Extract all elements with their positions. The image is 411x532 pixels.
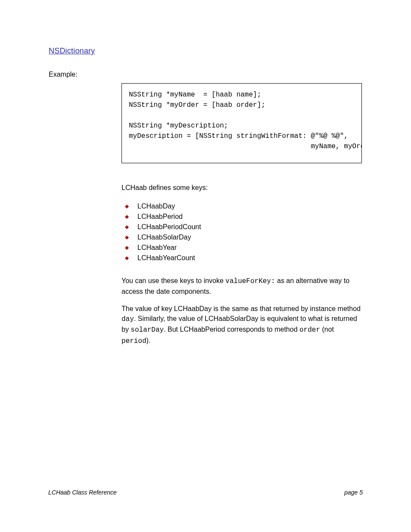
method-solarday: solarDay	[131, 326, 164, 334]
paragraph-key-mapping: The value of key LCHaabDay is the same a…	[121, 304, 362, 346]
svg-rect-1	[125, 215, 129, 218]
example-code-box: NSString *myName = [haab name]; NSString…	[121, 83, 362, 163]
diamond-icon	[124, 235, 130, 240]
method-day: day	[121, 315, 134, 323]
valueforkey-text: valueForKey:	[225, 277, 275, 285]
list-item: LCHaabDay	[124, 202, 201, 210]
footer-page-number: 5	[359, 489, 363, 496]
example-code: NSString *myName = [haab name]; NSString…	[129, 91, 362, 150]
intro-paragraph: LCHaab defines some keys:	[121, 183, 208, 193]
key-name: LCHaabPeriodCount	[137, 223, 201, 231]
list-item: LCHaabPeriod	[124, 213, 201, 221]
nsdictionary-link[interactable]: NSDictionary	[49, 47, 95, 56]
para3-prefix: The value of key LCHaabDay is the same a…	[121, 305, 361, 312]
diamond-icon	[124, 255, 130, 261]
para3-mid2: . But LCHaabPeriod corresponds to method	[164, 326, 299, 333]
footer-title: LCHaab Class Reference	[48, 489, 117, 496]
key-name: LCHaabPeriod	[137, 213, 183, 221]
para3-mid3: (not	[320, 326, 334, 333]
svg-rect-2	[125, 225, 129, 229]
diamond-icon	[124, 204, 130, 209]
svg-rect-3	[125, 235, 129, 239]
key-name: LCHaabYear	[137, 244, 177, 252]
svg-rect-0	[125, 204, 129, 208]
svg-rect-5	[125, 256, 129, 260]
key-bullet-list: LCHaabDayLCHaabPeriodLCHaabPeriodCountLC…	[124, 202, 201, 262]
list-item: LCHaabPeriodCount	[124, 223, 201, 231]
paragraph-valueforkey: You can use these keys to invoke valueFo…	[121, 276, 361, 296]
example-label: Example:	[49, 71, 78, 78]
method-order: order	[299, 326, 320, 334]
list-item: LCHaabYearCount	[124, 254, 201, 262]
footer-page: page 5	[344, 489, 363, 496]
diamond-icon	[124, 214, 130, 220]
key-name: LCHaabYearCount	[137, 254, 195, 262]
page: NSDictionary Example: NSString *myName =…	[0, 0, 411, 532]
list-item: LCHaabSolarDay	[124, 233, 201, 241]
key-name: LCHaabSolarDay	[137, 233, 191, 241]
svg-rect-4	[125, 246, 129, 249]
method-period: period	[121, 337, 146, 345]
para2-prefix: You can use these keys to invoke	[121, 277, 225, 284]
key-name: LCHaabDay	[137, 202, 175, 210]
diamond-icon	[124, 245, 130, 251]
para3-tail: ).	[146, 337, 151, 344]
list-item: LCHaabYear	[124, 244, 201, 252]
footer-page-label: page	[344, 489, 359, 496]
diamond-icon	[124, 224, 130, 230]
